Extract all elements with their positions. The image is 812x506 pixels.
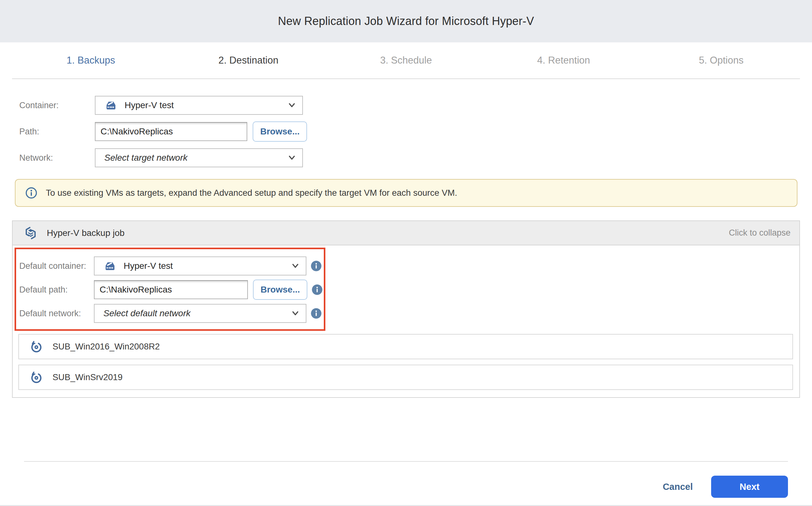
wizard-titlebar: New Replication Job Wizard for Microsoft… <box>0 0 812 43</box>
vm-row[interactable]: SUB_WinSrv2019 <box>18 365 793 390</box>
step-destination[interactable]: 2. Destination <box>170 43 327 78</box>
path-input[interactable] <box>95 122 247 141</box>
container-field-row: Container: Hyper-V test <box>12 96 800 115</box>
vm-name: SUB_WinSrv2019 <box>53 372 123 383</box>
container-select-value: Hyper-V test <box>124 100 174 110</box>
container-select[interactable]: Hyper-V test <box>95 96 303 115</box>
collapse-hint: Click to collapse <box>729 228 791 238</box>
default-container-select[interactable]: Hyper-V test <box>94 256 306 275</box>
path-field-row: Path: Browse... <box>12 121 800 142</box>
wizard-footer: Cancel Next <box>24 461 788 498</box>
wizard-body: Container: Hyper-V test <box>0 96 812 498</box>
chevron-down-icon <box>292 264 299 268</box>
default-container-row: Default container: <box>16 256 324 275</box>
vm-name: SUB_Win2016_Win2008R2 <box>53 342 160 352</box>
replica-circular-arrow-icon <box>30 340 43 353</box>
chevron-down-icon <box>292 311 299 316</box>
network-label: Network: <box>12 153 95 163</box>
backup-job-title: Hyper-V backup job <box>47 228 124 238</box>
page-title: New Replication Job Wizard for Microsoft… <box>278 14 534 28</box>
replica-circular-arrow-icon <box>30 371 43 384</box>
highlight-red-box: Default container: <box>14 248 326 331</box>
default-container-value: Hyper-V test <box>124 261 173 271</box>
default-network-row: Default network: Select default network <box>16 304 324 323</box>
default-browse-button[interactable]: Browse... <box>253 279 307 300</box>
chevron-down-icon <box>288 156 295 160</box>
wizard-step-bar: 1. Backups 2. Destination 3. Schedule 4.… <box>12 43 800 79</box>
replication-wizard-window: New Replication Job Wizard for Microsoft… <box>0 0 812 506</box>
chevron-down-icon <box>288 103 295 107</box>
default-network-select[interactable]: Select default network <box>94 304 306 323</box>
step-backups[interactable]: 1. Backups <box>12 43 170 78</box>
default-path-row: Default path: Browse... <box>16 279 324 300</box>
info-banner-text: To use existing VMs as targets, expand t… <box>46 188 457 198</box>
default-path-label: Default path: <box>16 285 94 295</box>
next-button[interactable]: Next <box>711 476 788 498</box>
step-options[interactable]: 5. Options <box>642 43 800 78</box>
info-circle-filled-icon[interactable] <box>310 260 322 272</box>
path-label: Path: <box>12 127 95 137</box>
host-drive-icon <box>103 260 117 272</box>
default-network-placeholder: Select default network <box>103 308 191 319</box>
network-select[interactable]: Select target network <box>95 148 303 167</box>
default-network-label: Default network: <box>16 309 94 319</box>
backup-job-header[interactable]: Hyper-V backup job Click to collapse <box>13 221 799 245</box>
host-drive-icon <box>104 100 118 111</box>
backup-job-section: Hyper-V backup job Click to collapse Def… <box>12 221 800 398</box>
browse-button[interactable]: Browse... <box>253 121 307 142</box>
network-field-row: Network: Select target network <box>12 148 800 167</box>
default-path-input[interactable] <box>94 280 248 299</box>
cancel-button[interactable]: Cancel <box>663 482 693 492</box>
container-label: Container: <box>12 101 95 110</box>
step-retention[interactable]: 4. Retention <box>485 43 642 78</box>
info-banner: To use existing VMs as targets, expand t… <box>15 179 798 207</box>
info-circle-outline-icon <box>25 187 37 199</box>
step-schedule[interactable]: 3. Schedule <box>327 43 485 78</box>
info-circle-filled-icon[interactable] <box>310 308 322 319</box>
default-container-label: Default container: <box>16 261 94 271</box>
network-select-placeholder: Select target network <box>104 153 187 163</box>
layers-hexagon-icon <box>23 226 38 240</box>
vm-row[interactable]: SUB_Win2016_Win2008R2 <box>18 334 793 359</box>
info-circle-filled-icon[interactable] <box>311 284 323 296</box>
